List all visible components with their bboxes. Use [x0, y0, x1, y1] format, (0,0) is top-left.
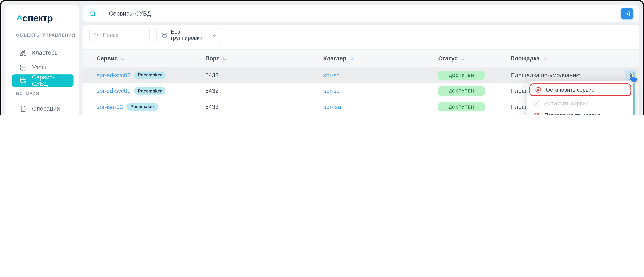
grouping-select[interactable]: Без группировки [156, 29, 222, 41]
column-header-1[interactable]: Сервис [96, 50, 125, 67]
sidebar-item-label: Узлы [32, 64, 46, 71]
login-icon [624, 11, 630, 17]
logo-caret-icon [16, 14, 22, 20]
column-label: Статус [438, 55, 458, 62]
search-box [89, 29, 150, 41]
logo-text: спектр [22, 14, 52, 23]
grouping-icon [162, 32, 168, 38]
menu-item-play: Запустить сервис [527, 98, 633, 109]
column-header-2[interactable]: Порт [205, 50, 227, 67]
cluster-type-badge: Pacemaker [134, 72, 166, 79]
status-cell: ДОСТУПЕН [438, 67, 484, 83]
column-label: Порт [205, 55, 219, 62]
port-cell: 5432 [205, 83, 219, 99]
breadcrumb-current: Сервисы СУБД [109, 10, 151, 17]
sort-icon[interactable] [120, 56, 125, 61]
menu-item-restart[interactable]: Перезапустить сервис [527, 109, 633, 115]
cluster-link[interactable]: spr-isa [323, 104, 341, 110]
cluster-cell: spr-isa [323, 115, 341, 115]
status-badge: ДОСТУПЕН [438, 71, 484, 80]
sidebar-item-label: Операции [32, 105, 60, 112]
table-header: СервисПортКластерСтатусПлощадка [82, 49, 638, 68]
status-badge: ДОСТУПЕН [438, 86, 484, 96]
sidebar-item-кластеры[interactable]: Кластеры [12, 47, 74, 59]
service-cell: spr-sd-svc02Pacemaker [96, 67, 166, 83]
status-badge: ДОСТУПЕН [438, 102, 484, 112]
play-icon [533, 100, 540, 107]
restart-icon [533, 112, 540, 115]
sidebar-item-сервисы-субд[interactable]: Сервисы СУБД [12, 74, 74, 87]
service-cell: spr-isa-02Pacemaker [96, 99, 158, 115]
menu-item-stop[interactable]: Остановить сервис [530, 83, 631, 96]
port-cell: 5433 [205, 67, 219, 83]
status-cell: ДОСТУПЕН [438, 99, 484, 115]
cluster-cell: spr-sd [323, 67, 340, 83]
sort-icon[interactable] [542, 56, 547, 61]
chevron-right-icon [100, 11, 105, 16]
screen: спектр ОБЪЕКТЫ УПРАВЛЕНИЯКластерыУзлыСер… [0, 0, 644, 115]
cluster-link[interactable]: spr-sd [323, 72, 340, 78]
search-icon [94, 32, 100, 38]
cluster-link[interactable]: spr-sd [323, 88, 340, 94]
cluster-type-badge: Pacemaker [127, 103, 158, 110]
menu-item-label: Перезапустить сервис [544, 112, 600, 115]
column-header-5[interactable]: Площадка [510, 50, 614, 67]
sort-icon[interactable] [222, 56, 227, 61]
column-label: Сервис [96, 55, 118, 62]
breadcrumb-bar: Сервисы СУБД [82, 5, 638, 22]
cluster-cell: spr-isa [323, 99, 341, 115]
service-cell: spr-isaPacemaker [96, 115, 149, 115]
db-services-icon [19, 77, 27, 85]
port-cell: 5432 [205, 115, 219, 115]
search-input[interactable] [103, 32, 144, 38]
chevron-down-icon [212, 33, 217, 38]
service-link[interactable]: spr-sd-svc01 [96, 88, 131, 94]
clusters-icon [19, 49, 27, 57]
sidebar: спектр ОБЪЕКТЫ УПРАВЛЕНИЯКластерыУзлыСер… [5, 5, 79, 115]
nodes-icon [19, 64, 27, 71]
service-cell: spr-sd-svc01Pacemaker [96, 83, 166, 99]
app-frame: спектр ОБЪЕКТЫ УПРАВЛЕНИЯКластерыУзлыСер… [0, 0, 644, 115]
mouse-cursor-icon [628, 72, 639, 83]
sidebar-section-label: ОБЪЕКТЫ УПРАВЛЕНИЯ [16, 33, 75, 38]
row-context-menu: Остановить сервисЗапустить сервисПерезап… [527, 81, 633, 115]
grouping-value: Без группировки [171, 29, 212, 41]
app-logo: спектр [16, 14, 52, 23]
sidebar-item-label: Кластеры [32, 49, 59, 56]
service-link[interactable]: spr-isa-02 [96, 104, 123, 110]
status-cell: ДОСТУПЕН [438, 115, 484, 115]
home-icon[interactable] [89, 10, 96, 17]
sort-icon[interactable] [460, 56, 465, 61]
cluster-type-badge: Pacemaker [134, 87, 166, 95]
column-label: Площадка [510, 55, 540, 62]
column-header-4[interactable]: Статус [438, 50, 465, 67]
sort-active-icon[interactable] [349, 56, 354, 61]
menu-item-label: Запустить сервис [544, 100, 588, 107]
service-link[interactable]: spr-sd-svc02 [96, 72, 131, 78]
sidebar-item-узлы[interactable]: Узлы [12, 61, 74, 74]
sidebar-item-операции[interactable]: Операции [12, 102, 74, 115]
stop-icon [535, 86, 542, 93]
sidebar-divider [5, 29, 79, 29]
status-cell: ДОСТУПЕН [438, 83, 484, 99]
sidebar-section-label: ИСТОРИЯ [16, 91, 40, 96]
login-button[interactable] [621, 8, 633, 19]
operations-icon [19, 105, 27, 113]
sidebar-item-label: Сервисы СУБД [32, 74, 74, 87]
menu-item-label: Остановить сервис [546, 87, 594, 93]
cluster-cell: spr-sd [323, 83, 340, 99]
column-label: Кластер [323, 55, 346, 62]
column-header-3[interactable]: Кластер [323, 50, 354, 67]
port-cell: 5433 [205, 99, 219, 115]
